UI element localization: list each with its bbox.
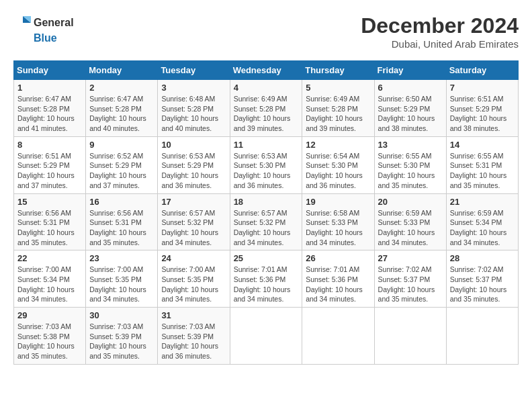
calendar-week-row: 1Sunrise: 6:47 AMSunset: 5:28 PMDaylight…: [14, 80, 519, 137]
calendar-cell: 3Sunrise: 6:48 AMSunset: 5:28 PMDaylight…: [158, 80, 230, 137]
calendar-cell: 15Sunrise: 6:56 AMSunset: 5:31 PMDayligh…: [14, 193, 86, 250]
day-info: Sunrise: 7:00 AMSunset: 5:35 PMDaylight:…: [161, 265, 226, 304]
day-info: Sunrise: 7:03 AMSunset: 5:38 PMDaylight:…: [17, 322, 82, 361]
day-number: 16: [89, 197, 154, 207]
weekday-header-sunday: Sunday: [14, 61, 86, 80]
month-title: December 2024: [361, 13, 519, 38]
calendar-cell: 30Sunrise: 7:03 AMSunset: 5:39 PMDayligh…: [86, 308, 158, 365]
day-number: 31: [161, 310, 226, 320]
weekday-header-saturday: Saturday: [446, 61, 518, 80]
calendar-cell: 2Sunrise: 6:47 AMSunset: 5:28 PMDaylight…: [86, 80, 158, 137]
day-number: 21: [450, 197, 515, 207]
day-info: Sunrise: 7:03 AMSunset: 5:39 PMDaylight:…: [161, 322, 226, 361]
calendar-cell: [230, 308, 302, 365]
day-number: 13: [378, 140, 443, 150]
day-number: 3: [161, 83, 226, 93]
day-number: 28: [450, 253, 515, 263]
calendar-cell: 10Sunrise: 6:53 AMSunset: 5:29 PMDayligh…: [158, 136, 230, 193]
day-number: 8: [17, 140, 82, 150]
calendar-cell: 26Sunrise: 7:01 AMSunset: 5:36 PMDayligh…: [302, 250, 374, 308]
calendar-week-row: 15Sunrise: 6:56 AMSunset: 5:31 PMDayligh…: [14, 193, 519, 250]
calendar-cell: 29Sunrise: 7:03 AMSunset: 5:38 PMDayligh…: [14, 308, 86, 365]
day-info: Sunrise: 6:53 AMSunset: 5:29 PMDaylight:…: [161, 151, 226, 191]
day-number: 2: [89, 83, 154, 93]
calendar-cell: 11Sunrise: 6:53 AMSunset: 5:30 PMDayligh…: [230, 136, 302, 193]
day-number: 24: [161, 253, 226, 263]
calendar-week-row: 29Sunrise: 7:03 AMSunset: 5:38 PMDayligh…: [14, 308, 519, 365]
calendar-cell: [446, 308, 518, 365]
calendar-cell: 16Sunrise: 6:56 AMSunset: 5:31 PMDayligh…: [86, 193, 158, 250]
calendar-cell: 24Sunrise: 7:00 AMSunset: 5:35 PMDayligh…: [158, 250, 230, 308]
day-info: Sunrise: 6:56 AMSunset: 5:31 PMDaylight:…: [17, 208, 82, 248]
calendar-cell: 18Sunrise: 6:57 AMSunset: 5:32 PMDayligh…: [230, 193, 302, 250]
calendar-cell: 6Sunrise: 6:50 AMSunset: 5:29 PMDaylight…: [374, 80, 446, 137]
day-info: Sunrise: 7:01 AMSunset: 5:36 PMDaylight:…: [234, 265, 299, 304]
day-info: Sunrise: 6:55 AMSunset: 5:31 PMDaylight:…: [450, 151, 515, 191]
day-number: 9: [89, 140, 154, 150]
day-info: Sunrise: 6:47 AMSunset: 5:28 PMDaylight:…: [17, 94, 82, 134]
day-number: 29: [17, 310, 82, 320]
day-info: Sunrise: 7:01 AMSunset: 5:36 PMDaylight:…: [306, 265, 370, 304]
weekday-header-tuesday: Tuesday: [158, 61, 230, 80]
calendar-cell: 19Sunrise: 6:58 AMSunset: 5:33 PMDayligh…: [302, 193, 374, 250]
calendar-cell: 9Sunrise: 6:52 AMSunset: 5:29 PMDaylight…: [86, 136, 158, 193]
calendar-cell: 13Sunrise: 6:55 AMSunset: 5:30 PMDayligh…: [374, 136, 446, 193]
calendar-cell: 28Sunrise: 7:02 AMSunset: 5:37 PMDayligh…: [446, 250, 518, 308]
calendar-cell: 27Sunrise: 7:02 AMSunset: 5:37 PMDayligh…: [374, 250, 446, 308]
calendar-cell: 25Sunrise: 7:01 AMSunset: 5:36 PMDayligh…: [230, 250, 302, 308]
page-header: General Blue December 2024 Dubai, United…: [13, 13, 519, 50]
day-info: Sunrise: 7:00 AMSunset: 5:35 PMDaylight:…: [89, 265, 154, 304]
calendar-cell: 5Sunrise: 6:49 AMSunset: 5:28 PMDaylight…: [302, 80, 374, 137]
day-number: 12: [306, 140, 370, 150]
calendar-cell: [302, 308, 374, 365]
weekday-header-friday: Friday: [374, 61, 446, 80]
day-info: Sunrise: 6:56 AMSunset: 5:31 PMDaylight:…: [89, 208, 154, 248]
calendar-cell: 22Sunrise: 7:00 AMSunset: 5:34 PMDayligh…: [14, 250, 86, 308]
day-number: 27: [378, 253, 443, 263]
day-number: 25: [234, 253, 299, 263]
day-info: Sunrise: 7:03 AMSunset: 5:39 PMDaylight:…: [89, 322, 154, 361]
day-number: 26: [306, 253, 370, 263]
day-number: 22: [17, 253, 82, 263]
day-number: 14: [450, 140, 515, 150]
weekday-header-wednesday: Wednesday: [230, 61, 302, 80]
day-info: Sunrise: 7:00 AMSunset: 5:34 PMDaylight:…: [17, 265, 82, 304]
day-number: 1: [17, 83, 82, 93]
day-info: Sunrise: 6:49 AMSunset: 5:28 PMDaylight:…: [306, 94, 370, 134]
day-info: Sunrise: 6:49 AMSunset: 5:28 PMDaylight:…: [234, 94, 299, 134]
day-number: 20: [378, 197, 443, 207]
day-info: Sunrise: 7:02 AMSunset: 5:37 PMDaylight:…: [450, 265, 515, 304]
calendar-week-row: 8Sunrise: 6:51 AMSunset: 5:29 PMDaylight…: [14, 136, 519, 193]
day-info: Sunrise: 6:52 AMSunset: 5:29 PMDaylight:…: [89, 151, 154, 191]
calendar-cell: 17Sunrise: 6:57 AMSunset: 5:32 PMDayligh…: [158, 193, 230, 250]
day-number: 18: [234, 197, 299, 207]
day-info: Sunrise: 6:47 AMSunset: 5:28 PMDaylight:…: [89, 94, 154, 134]
day-number: 15: [17, 197, 82, 207]
day-number: 30: [89, 310, 154, 320]
day-number: 4: [234, 83, 299, 93]
calendar-cell: 14Sunrise: 6:55 AMSunset: 5:31 PMDayligh…: [446, 136, 518, 193]
day-number: 23: [89, 253, 154, 263]
day-info: Sunrise: 6:57 AMSunset: 5:32 PMDaylight:…: [161, 208, 226, 248]
day-info: Sunrise: 6:50 AMSunset: 5:29 PMDaylight:…: [378, 94, 443, 134]
day-number: 7: [450, 83, 515, 93]
day-number: 17: [161, 197, 226, 207]
day-info: Sunrise: 6:58 AMSunset: 5:33 PMDaylight:…: [306, 208, 370, 248]
calendar-table: SundayMondayTuesdayWednesdayThursdayFrid…: [13, 60, 519, 365]
day-info: Sunrise: 6:54 AMSunset: 5:30 PMDaylight:…: [306, 151, 370, 191]
day-info: Sunrise: 6:59 AMSunset: 5:33 PMDaylight:…: [378, 208, 443, 248]
logo-bird-icon: [13, 13, 32, 32]
calendar-cell: 12Sunrise: 6:54 AMSunset: 5:30 PMDayligh…: [302, 136, 374, 193]
calendar-cell: 8Sunrise: 6:51 AMSunset: 5:29 PMDaylight…: [14, 136, 86, 193]
calendar-cell: 20Sunrise: 6:59 AMSunset: 5:33 PMDayligh…: [374, 193, 446, 250]
day-number: 11: [234, 140, 299, 150]
weekday-header-monday: Monday: [86, 61, 158, 80]
day-number: 5: [306, 83, 370, 93]
day-info: Sunrise: 6:48 AMSunset: 5:28 PMDaylight:…: [161, 94, 226, 134]
calendar-cell: 31Sunrise: 7:03 AMSunset: 5:39 PMDayligh…: [158, 308, 230, 365]
location: Dubai, United Arab Emirates: [361, 38, 519, 50]
calendar-cell: 21Sunrise: 6:59 AMSunset: 5:34 PMDayligh…: [446, 193, 518, 250]
day-number: 6: [378, 83, 443, 93]
weekday-header-thursday: Thursday: [302, 61, 374, 80]
calendar-cell: 7Sunrise: 6:51 AMSunset: 5:29 PMDaylight…: [446, 80, 518, 137]
